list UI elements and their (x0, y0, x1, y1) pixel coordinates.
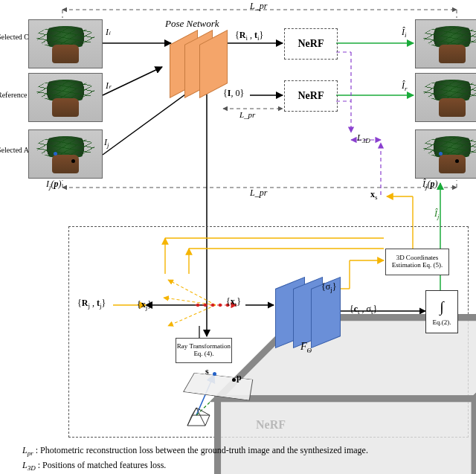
sym-RiTi: {Ri , ti} (235, 30, 263, 42)
legend-lpr: Lpr : Photometric reconstruction loss be… (22, 445, 368, 457)
title-pose-network: Pose Network (165, 18, 219, 30)
sym-ct-sigt: {ct , σt} (350, 304, 377, 316)
loss-lpr-bottom: L_pr (250, 188, 267, 199)
input-image-Ii (28, 19, 103, 68)
point-s-on-Ij-hat (439, 152, 443, 156)
output-image-Ij-hat (415, 129, 476, 179)
sym-Ij: Ij (104, 137, 109, 149)
nerf-box-i: NeRF (284, 28, 338, 60)
nerf-box-r: NeRF (284, 80, 338, 112)
input-image-Ij (28, 129, 103, 179)
sym-I0: {I, 0} (223, 88, 244, 99)
loss-lpr-top: L_pr (250, 1, 267, 12)
output-image-Ii-hat (415, 19, 476, 68)
sym-Ii: Iᵢ (106, 27, 110, 38)
camera-point-s-label: s (205, 366, 209, 377)
sym-xs: xs (370, 189, 378, 201)
label-reference: Reference Image (0, 91, 28, 99)
camera-point-s (213, 372, 216, 376)
camera-point-p (232, 378, 236, 382)
sym-Ij-hat: Îj (434, 208, 440, 220)
point-p-on-Ij-hat (455, 159, 459, 163)
sym-xt: {xt} (226, 296, 241, 308)
legend-l3d: L3D : Positions of matched features loss… (22, 460, 166, 472)
integral-icon: ∫ (440, 298, 443, 316)
svg-line-7 (103, 67, 162, 95)
sym-xj: {xj} (137, 299, 152, 311)
point-s-on-Ij (54, 152, 57, 156)
nerf-detail-label: NeRF (256, 418, 286, 432)
point-p-on-Ij (71, 159, 75, 163)
sym-sigma-j: {σj} (321, 281, 337, 293)
label-selected-one: Selected One Image (0, 33, 28, 41)
output-image-Ir-hat (415, 73, 476, 122)
camera-point-p-label: p (237, 372, 242, 383)
sym-Ii-hat: Îi (402, 27, 407, 39)
sym-RjTj: {Rj , tj} (77, 298, 106, 310)
sym-Ij-hat-pixel: Îj(p) (422, 179, 438, 190)
loss-l3d: L3D (357, 132, 370, 144)
sym-Ir: Iᵣ (106, 80, 111, 92)
sym-Ftheta: FΘ (300, 341, 312, 354)
input-image-Ir (28, 73, 103, 122)
ray-transformation-box: Ray Transformation Eq. (4). (176, 338, 232, 363)
sym-Ij-pixel: Ij(p) (46, 179, 62, 190)
volume-render-integral: ∫ Eq.(2). (425, 290, 458, 333)
coords-estimation-box: 3D Coordinates Estimation Eq. (5). (385, 249, 449, 275)
loss-lpr-mid: L_pr (239, 110, 255, 119)
label-selected-another: Selected Another Image (0, 146, 31, 154)
sample-cube-icon (149, 277, 195, 329)
integral-eq-label: Eq.(2). (433, 318, 451, 326)
sym-Ir-hat: Îr (402, 80, 408, 92)
